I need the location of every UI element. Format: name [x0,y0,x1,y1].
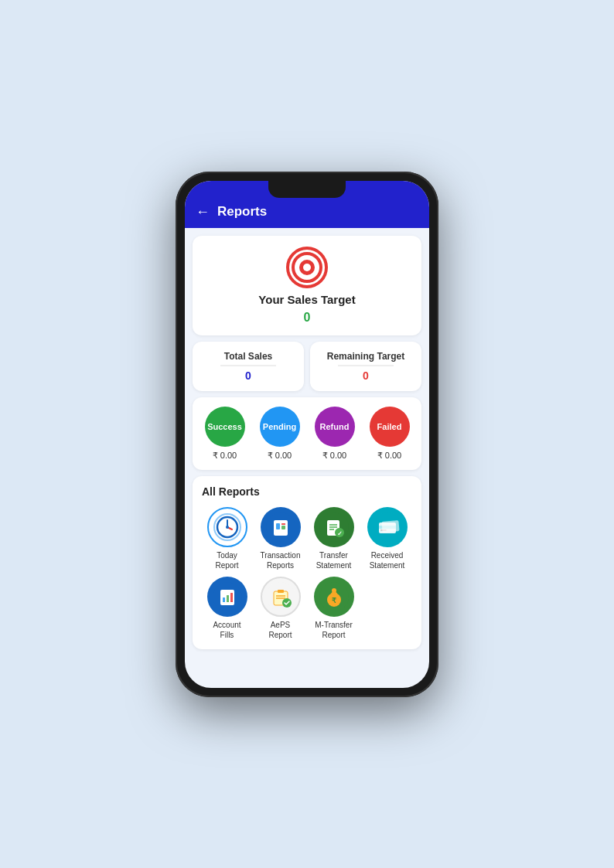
svg-point-3 [303,264,311,271]
total-sales-label: Total Sales [202,351,295,362]
sales-target-card: Your Sales Target 0 [193,236,421,335]
status-item-pending[interactable]: Pending ₹ 0.00 [260,407,300,461]
sales-target-title: Your Sales Target [258,293,355,306]
all-reports-card: All Reports Tod [193,476,421,649]
remaining-target-label: Remaining Target [319,351,412,362]
report-item-transaction[interactable]: TransactionReports [255,507,305,570]
report-item-account[interactable]: AccountFills [202,577,252,640]
phone-screen: ← Reports Your Sales Target 0 Total Sale [185,181,429,688]
svg-point-39 [332,588,336,593]
remaining-target-divider [338,365,394,366]
back-button[interactable]: ← [196,204,210,220]
phone-notch [268,181,346,198]
svg-rect-10 [274,520,288,536]
report-item-received[interactable]: ReceivedStatement [362,507,412,570]
phone-frame: ← Reports Your Sales Target 0 Total Sale [176,172,438,697]
transfer-statement-label: TransferStatement [316,550,352,570]
account-fills-icon [207,577,247,617]
reports-grid: TodayReport T [202,507,412,640]
remaining-target-value: 0 [319,369,412,382]
aeps-report-icon [261,577,301,617]
target-icon [286,247,328,288]
status-item-failed[interactable]: Failed ₹ 0.00 [370,407,410,461]
total-sales-card: Total Sales 0 [193,342,304,391]
total-sales-divider [220,365,276,366]
svg-rect-28 [223,597,225,602]
report-item-transfer[interactable]: ✓ TransferStatement [309,507,359,570]
svg-rect-33 [278,590,284,593]
status-card: Success ₹ 0.00 Pending ₹ 0.00 Refund ₹ 0… [193,397,421,470]
received-statement-icon [367,507,408,547]
app-header: ← Reports [185,198,429,228]
scroll-content: Your Sales Target 0 Total Sales 0 Remain… [185,228,429,688]
total-sales-value: 0 [202,369,295,382]
transaction-reports-icon [261,507,301,547]
svg-text:₹: ₹ [332,597,336,604]
page-title: Reports [217,204,267,220]
report-item-today[interactable]: TodayReport [202,507,252,570]
svg-rect-30 [230,593,233,602]
account-fills-label: AccountFills [213,620,240,640]
m-transfer-report-icon: ₹ [314,577,354,617]
svg-rect-29 [227,595,229,602]
m-transfer-report-label: M-TransferReport [315,620,353,640]
all-reports-title: All Reports [202,485,412,498]
aeps-report-label: AePSReport [268,620,292,640]
status-item-success[interactable]: Success ₹ 0.00 [205,407,245,461]
today-report-label: TodayReport [215,550,238,570]
svg-text:✓: ✓ [336,530,342,537]
svg-rect-11 [276,523,280,529]
sales-row: Total Sales 0 Remaining Target 0 [193,342,421,391]
report-item-aeps[interactable]: AePSReport [255,577,305,640]
svg-point-8 [226,526,229,529]
today-report-icon [207,507,247,547]
svg-rect-12 [281,526,285,529]
report-item-mtransfer[interactable]: ₹ M-TransferReport [309,577,359,640]
transfer-statement-icon: ✓ [314,507,354,547]
received-statement-label: ReceivedStatement [370,550,405,570]
success-amount: ₹ 0.00 [213,451,237,461]
sales-target-value: 0 [304,311,311,325]
refund-amount: ₹ 0.00 [322,451,346,461]
svg-rect-13 [281,523,285,525]
failed-badge[interactable]: Failed [370,407,410,447]
remaining-target-card: Remaining Target 0 [310,342,421,391]
transaction-reports-label: TransactionReports [261,550,301,570]
status-item-refund[interactable]: Refund ₹ 0.00 [315,407,355,461]
pending-badge[interactable]: Pending [260,407,300,447]
success-badge[interactable]: Success [205,407,245,447]
svg-rect-25 [381,520,399,533]
failed-amount: ₹ 0.00 [377,451,401,461]
pending-amount: ₹ 0.00 [268,451,292,461]
refund-badge[interactable]: Refund [315,407,355,447]
